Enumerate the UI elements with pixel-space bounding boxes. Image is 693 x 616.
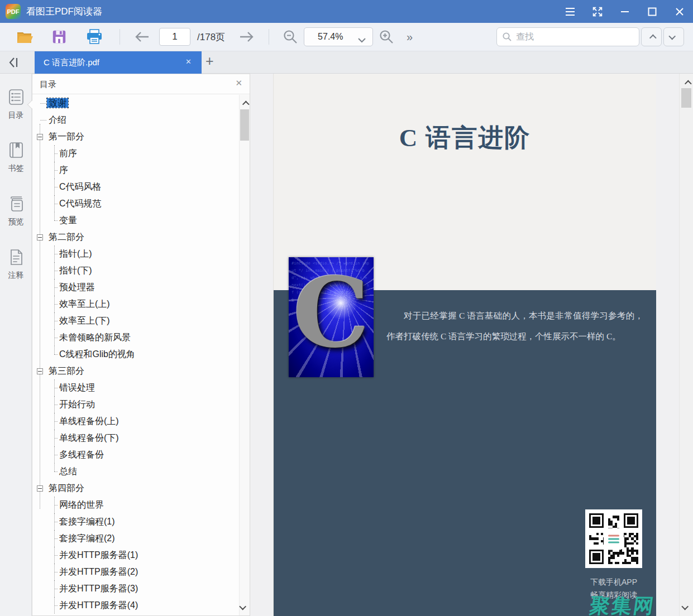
toc-item-label: 指针(上): [58, 249, 94, 258]
toc-item[interactable]: C代码风格: [32, 179, 239, 195]
tab-document[interactable]: C 语言进阶.pdf: [35, 51, 202, 74]
toc-item-label: 序: [58, 165, 70, 175]
toc-item[interactable]: 致谢: [32, 95, 239, 112]
rail-item-label: 目录: [0, 110, 32, 121]
pdf-viewer[interactable]: C 语言进阶 #include <stdio.h> /* word in inp…: [251, 74, 693, 616]
print-icon[interactable]: [86, 29, 103, 45]
toc-item[interactable]: C代码规范: [32, 195, 239, 212]
toc-item-label: 效率至上(上): [58, 299, 112, 309]
viewer-scrollbar-thumb[interactable]: [681, 88, 691, 108]
toc-item[interactable]: 效率至上(下): [32, 312, 239, 329]
toc-item-label: 单线程备份(上): [58, 416, 121, 426]
more-tools-button[interactable]: »: [407, 31, 412, 44]
toc-item[interactable]: 介绍: [32, 112, 239, 128]
book-title: C 语言进阶: [274, 121, 656, 155]
next-page-icon[interactable]: [238, 30, 255, 44]
page-total-label: /178页: [197, 31, 225, 44]
toc-item[interactable]: 并发HTTP服务器(2): [32, 564, 239, 580]
toc-item[interactable]: 套接字编程(1): [32, 513, 239, 530]
preview-icon: [7, 195, 25, 213]
find-previous-button[interactable]: [641, 27, 662, 46]
toc-item[interactable]: 并发HTTP服务器(3): [32, 580, 239, 597]
rail-item-label: 注释: [0, 271, 32, 281]
toc-item[interactable]: 第四部分: [32, 480, 239, 497]
toc-item[interactable]: 预处理器: [32, 279, 239, 296]
collapse-minus-icon[interactable]: [37, 368, 43, 374]
rail-item-preview[interactable]: 预览: [0, 195, 32, 227]
toc-item[interactable]: 序: [32, 162, 239, 179]
toc-item-label: 开始行动: [58, 400, 97, 409]
scroll-down-icon[interactable]: [242, 602, 247, 612]
toc-item-label: 并发HTTP服务器(4): [58, 600, 140, 610]
qr-finder-icon: [589, 513, 604, 528]
toc-item[interactable]: 第二部分: [32, 229, 239, 246]
previous-page-icon[interactable]: [133, 30, 150, 44]
toc-item[interactable]: 第一部分: [32, 128, 239, 145]
toc-item[interactable]: 网络的世界: [32, 497, 239, 513]
toc-item[interactable]: 并发HTTP服务器(4): [32, 597, 239, 614]
open-file-icon[interactable]: [16, 29, 34, 45]
toc-scrollbar[interactable]: [239, 95, 250, 615]
toc-item[interactable]: 套接字编程(2): [32, 530, 239, 547]
rail-item-annotation[interactable]: 注释: [0, 248, 32, 281]
collapse-minus-icon[interactable]: [37, 134, 43, 140]
fullscreen-icon[interactable]: [584, 0, 611, 23]
scroll-up-icon[interactable]: [242, 98, 247, 108]
collapse-minus-icon[interactable]: [37, 485, 43, 492]
toc-item[interactable]: 开始行动: [32, 396, 239, 413]
close-button[interactable]: [666, 0, 693, 23]
toc-item-label: 介绍: [47, 115, 68, 124]
scroll-down-icon[interactable]: [680, 601, 693, 613]
toc-item[interactable]: 单线程备份(上): [32, 413, 239, 430]
toc-item[interactable]: 多线程备份: [32, 446, 239, 463]
toolbar-separator: [269, 29, 269, 45]
toolbar: /178页 57.4% »: [0, 23, 693, 51]
toc-item-label: 总结: [58, 466, 79, 476]
menu-icon[interactable]: [556, 0, 584, 23]
viewer-scrollbar[interactable]: [679, 74, 693, 616]
toc-item-label: 预处理器: [58, 282, 97, 292]
zoom-level-select[interactable]: 57.4%: [304, 27, 373, 46]
page-number-input[interactable]: [159, 28, 190, 46]
rail-item-bookmark[interactable]: 书签: [0, 141, 32, 174]
toc-item-label: 前序: [58, 148, 79, 158]
collapse-minus-icon[interactable]: [37, 234, 43, 240]
tab-close-icon[interactable]: ✕: [185, 58, 192, 65]
zoom-out-icon[interactable]: [283, 29, 298, 45]
window-controls: [556, 0, 693, 23]
toc-item-label: 变量: [58, 215, 79, 225]
find-next-button[interactable]: [663, 27, 684, 46]
scroll-up-icon[interactable]: [680, 77, 693, 88]
toc-item-label: 第一部分: [47, 132, 86, 141]
toc-item-label: 指针(下): [58, 266, 94, 275]
toc-item[interactable]: 错误处理: [32, 379, 239, 396]
toc-panel-close-icon[interactable]: ✕: [235, 79, 242, 87]
toc-item[interactable]: 变量: [32, 212, 239, 229]
toc-item[interactable]: 第三部分: [32, 363, 239, 379]
toc-item[interactable]: 单线程备份(下): [32, 430, 239, 446]
toc-item[interactable]: 未曾领略的新风景: [32, 329, 239, 346]
toc-scrollbar-thumb[interactable]: [240, 109, 249, 141]
maximize-button[interactable]: [638, 0, 666, 23]
toc-item-label: 第三部分: [47, 366, 86, 376]
search-input[interactable]: [496, 27, 639, 46]
book-review-text: 对于已经掌握 C 语言基础的人，本书是非常值得学习参考的，作者打破传统 C 语言…: [386, 305, 643, 346]
toc-item[interactable]: 效率至上(上): [32, 296, 239, 312]
toc-item[interactable]: 并发HTTP服务器(1): [32, 547, 239, 564]
book-cover-image: #include <stdio.h> /* word in input */ i…: [289, 257, 374, 377]
toc-item[interactable]: 前序: [32, 145, 239, 162]
toc-item-label: 单线程备份(下): [58, 433, 121, 442]
minimize-button[interactable]: [611, 0, 638, 23]
toc-item-label: 网络的世界: [58, 500, 106, 509]
save-icon[interactable]: [51, 29, 67, 45]
toc-icon: [7, 88, 25, 106]
new-tab-button[interactable]: +: [205, 53, 214, 69]
toc-item[interactable]: C线程和Glib的视角: [32, 346, 239, 363]
zoom-in-icon[interactable]: [379, 29, 394, 45]
toc-item-label: 并发HTTP服务器(2): [58, 567, 140, 576]
toc-item[interactable]: 指针(上): [32, 246, 239, 262]
toc-item[interactable]: 指针(下): [32, 262, 239, 279]
toc-item[interactable]: 总结: [32, 463, 239, 480]
collapse-sidebar-icon[interactable]: [8, 56, 21, 71]
toc-item-label: C代码规范: [58, 199, 103, 208]
